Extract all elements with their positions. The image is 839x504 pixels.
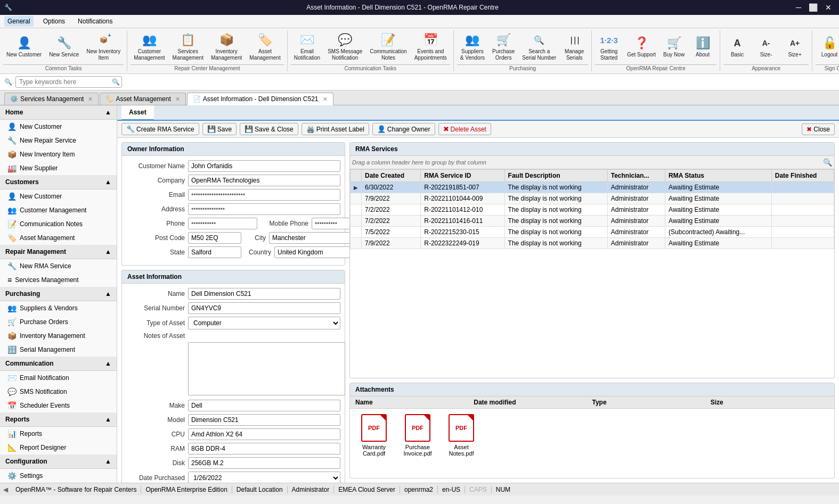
save-button[interactable]: 💾 Save — [202, 123, 237, 135]
toolbar-logout[interactable]: 🔓 Logout — [816, 30, 839, 63]
table-row[interactable]: 7/9/2022 R-20221101044-009 The display i… — [351, 193, 834, 204]
attachment-item[interactable]: Asset Notes.pdf — [443, 414, 480, 457]
sidebar-section-configuration[interactable]: Configuration ▲ — [0, 455, 117, 469]
sidebar-section-repair-mgmt[interactable]: Repair Management ▲ — [0, 245, 117, 259]
toolbar-buy-now[interactable]: 🛒 Buy Now — [660, 30, 688, 63]
serial-input[interactable] — [188, 302, 340, 314]
sidebar-item-services-mgmt[interactable]: ≡ Services Management — [0, 273, 117, 287]
address-input[interactable] — [188, 203, 340, 215]
delete-asset-button[interactable]: ✖ Delete Asset — [438, 123, 491, 135]
notes-textarea[interactable] — [188, 342, 345, 395]
menu-general[interactable]: General — [4, 16, 34, 27]
toolbar-new-customer[interactable]: 👤 New Customer — [3, 30, 45, 63]
attachment-item[interactable]: Warranty Card.pdf — [355, 414, 393, 457]
toolbar-size-plus[interactable]: A+ Size+ — [781, 30, 809, 63]
company-input[interactable] — [188, 175, 340, 186]
toolbar-comm-notes[interactable]: 📝 CommunicationNotes — [366, 30, 410, 63]
city-input[interactable] — [269, 232, 355, 244]
sidebar-item-suppliers[interactable]: 👥 Suppliers & Vendors — [0, 301, 117, 315]
rma-col-tech[interactable]: Technician... — [607, 170, 665, 182]
action-close-button[interactable]: ✖ Close — [802, 123, 835, 135]
toolbar-manage-serials[interactable]: ||| ManageSerials — [560, 30, 588, 63]
sidebar-section-customers[interactable]: Customers ▲ — [0, 175, 117, 189]
toolbar-new-service[interactable]: 🔧 New Service — [46, 30, 82, 63]
sidebar-item-asset-mgmt[interactable]: 🏷️ Asset Management — [0, 231, 117, 245]
date-purchased-select[interactable]: 1/26/2022 — [188, 472, 340, 483]
toolbar-get-support[interactable]: ❓ Get Support — [624, 30, 659, 63]
rma-col-fault[interactable]: Fault Description — [504, 170, 607, 182]
sidebar-section-communication[interactable]: Communication ▲ — [0, 357, 117, 371]
country-input[interactable] — [274, 246, 361, 258]
make-input[interactable] — [188, 400, 340, 411]
phone-input[interactable] — [188, 218, 257, 229]
tab-asset-info[interactable]: 📄 Asset Information - Dell Dimension C52… — [187, 93, 333, 105]
customer-name-input[interactable] — [188, 160, 340, 172]
menu-notifications[interactable]: Notifications — [75, 16, 116, 27]
print-label-button[interactable]: 🖨️ Print Asset Label — [302, 123, 369, 135]
create-rma-button[interactable]: 🔧 Create RMA Service — [121, 123, 199, 135]
toolbar-email-notif[interactable]: ✉️ EmailNotification — [291, 30, 323, 63]
ram-input[interactable] — [188, 443, 340, 455]
sidebar-item-reports[interactable]: 📊 Reports — [0, 427, 117, 441]
sidebar-item-new-supplier[interactable]: 🏭 New Supplier — [0, 161, 117, 175]
rma-col-id[interactable]: RMA Service ID — [421, 170, 504, 182]
change-owner-button[interactable]: 👤 Change Owner — [372, 123, 435, 135]
save-close-button[interactable]: 💾 Save & Close — [240, 123, 298, 135]
cpu-input[interactable] — [188, 428, 340, 440]
toolbar-about[interactable]: ℹ️ About — [689, 30, 716, 63]
toolbar-size-minus[interactable]: A- Size- — [752, 30, 780, 63]
sidebar-item-inventory-mgmt[interactable]: 📦 Inventory Management — [0, 329, 117, 343]
services-mgmt-tab-close[interactable]: ✕ — [88, 96, 93, 103]
state-input[interactable] — [188, 246, 241, 258]
attachment-item[interactable]: Purchase Invoice.pdf — [399, 414, 436, 457]
search-input[interactable] — [15, 76, 122, 88]
disk-input[interactable] — [188, 457, 340, 469]
toolbar-purchase-orders[interactable]: 🛒 PurchaseOrders — [489, 30, 518, 63]
post-code-input[interactable] — [188, 232, 241, 244]
sidebar-item-customer-mgmt[interactable]: 👥 Customer Management — [0, 203, 117, 217]
toolbar-customer-mgmt[interactable]: 👥 CustomerManagement — [131, 30, 168, 63]
asset-info-tab-close[interactable]: ✕ — [323, 96, 328, 103]
tab-services-mgmt[interactable]: ⚙️ Services Management ✕ — [4, 93, 99, 105]
email-input[interactable] — [188, 189, 340, 201]
toolbar-basic[interactable]: A Basic — [723, 30, 751, 63]
toolbar-services-mgmt[interactable]: 📋 ServicesManagement — [169, 30, 207, 63]
toolbar-sms-notif[interactable]: 💬 SMS MessageNotification — [324, 30, 365, 63]
sidebar-item-sms-notif[interactable]: 💬 SMS Notification — [0, 385, 117, 399]
sidebar-section-purchasing[interactable]: Purchasing ▲ — [0, 287, 117, 301]
sidebar-item-settings[interactable]: ⚙️ Settings — [0, 469, 117, 483]
rma-col-date[interactable]: Date Created — [362, 170, 421, 182]
asset-mgmt-tab-close[interactable]: ✕ — [175, 96, 180, 103]
close-window-button[interactable]: ✕ — [822, 2, 835, 13]
asset-name-input[interactable] — [188, 288, 340, 300]
sidebar-item-new-repair[interactable]: 🔧 New Repair Service — [0, 134, 117, 147]
sidebar-item-report-designer[interactable]: 📐 Report Designer — [0, 441, 117, 455]
sidebar-item-email-notif[interactable]: ✉️ Email Notification — [0, 371, 117, 385]
rma-col-finished[interactable]: Date Finished — [771, 170, 834, 182]
sidebar-item-scheduler-events[interactable]: 📅 Scheduler Events — [0, 399, 117, 412]
rma-col-status[interactable]: RMA Status — [665, 170, 772, 182]
sidebar-item-comm-notes[interactable]: 📝 Communication Notes — [0, 217, 117, 231]
sidebar-section-reports[interactable]: Reports ▲ — [0, 412, 117, 427]
table-row[interactable]: 7/2/2022 R-20221101412-010 The display i… — [351, 204, 834, 216]
toolbar-search-serial[interactable]: 🔍 Search aSerial Number — [519, 30, 559, 63]
model-input[interactable] — [188, 414, 340, 426]
toolbar-inventory-mgmt[interactable]: 📦 InventoryManagement — [208, 30, 245, 63]
sidebar-item-new-rma[interactable]: 🔧 New RMA Service — [0, 259, 117, 273]
toolbar-asset-mgmt[interactable]: 🏷️ AssetManagement — [246, 30, 283, 63]
table-row[interactable]: 7/9/2022 R-2022322249-019 The display is… — [351, 238, 834, 249]
toolbar-getting-started[interactable]: 1·2·3 GettingStarted — [595, 30, 623, 63]
type-of-asset-select[interactable]: Computer — [188, 317, 340, 329]
sidebar-item-purchase-orders[interactable]: 🛒 Purchase Orders — [0, 315, 117, 329]
sidebar-item-new-inventory[interactable]: 📦 New Inventory Item — [0, 147, 117, 161]
toolbar-events[interactable]: 📅 Events andAppointments — [411, 30, 450, 63]
minimize-button[interactable]: ─ — [793, 2, 804, 13]
table-row[interactable]: ▶ 6/30/2022 R-2022191851-007 The display… — [351, 182, 834, 193]
sub-tab-asset[interactable]: Asset — [121, 105, 154, 121]
sidebar-item-new-customer-2[interactable]: 👤 New Customer — [0, 189, 117, 203]
menu-options[interactable]: Options — [40, 16, 68, 27]
rma-search-icon[interactable]: 🔍 — [823, 158, 832, 167]
sidebar-section-home[interactable]: Home ▲ — [0, 105, 117, 120]
sidebar-item-new-customer[interactable]: 👤 New Customer — [0, 120, 117, 134]
sidebar-item-serial-mgmt[interactable]: 🔢 Serial Management — [0, 343, 117, 357]
